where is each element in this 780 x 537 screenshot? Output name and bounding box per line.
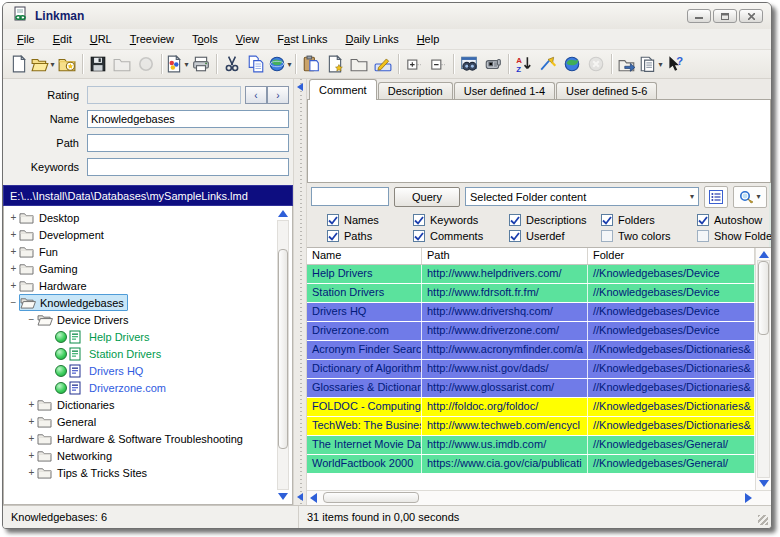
table-scroll-track[interactable]	[757, 260, 770, 478]
filter-names[interactable]: Names	[327, 214, 413, 226]
table-row[interactable]: Drivers HQhttp://www.drivershq.com///Kno…	[307, 303, 755, 322]
comment-area[interactable]	[307, 99, 771, 183]
tab-user-defined-5-6[interactable]: User defined 5-6	[556, 82, 657, 100]
paste-button[interactable]	[299, 52, 323, 76]
tree-expander[interactable]: +	[8, 212, 19, 223]
find-links-button[interactable]	[457, 52, 481, 76]
table-scroll-up-icon[interactable]	[759, 251, 769, 258]
tree-item-dictionaries[interactable]: +Dictionaries	[8, 396, 274, 413]
database-wizard-button[interactable]	[55, 52, 79, 76]
menu-item-treeview[interactable]: Treeview	[122, 31, 182, 47]
filter-keywords[interactable]: Keywords	[413, 214, 509, 226]
menu-item-daily-links[interactable]: Daily Links	[337, 31, 406, 47]
filter-comments[interactable]: Comments	[413, 230, 509, 242]
panel-splitter[interactable]	[293, 79, 307, 505]
tree-scroll-thumb[interactable]	[278, 249, 288, 449]
menu-item-fast-links[interactable]: Fast Links	[269, 31, 335, 47]
tree-item-tips-tricks-sites[interactable]: +Tips & Tricks Sites	[8, 464, 274, 481]
tree-item-hardware-software-troubleshooting[interactable]: +Hardware & Software Troubleshooting	[8, 430, 274, 447]
checkbox-icon[interactable]	[413, 230, 425, 242]
chevron-down-icon[interactable]: ▾	[756, 192, 760, 201]
chevron-down-icon[interactable]: ▾	[658, 60, 662, 69]
resize-grip[interactable]	[758, 515, 768, 525]
splitter-collapse-bottom-icon[interactable]	[297, 493, 303, 501]
filter-folders[interactable]: Folders	[601, 214, 697, 226]
title-bar[interactable]: Linkman	[3, 3, 771, 29]
tree-expander[interactable]: −	[26, 314, 37, 325]
open-in-browser-button[interactable]	[560, 52, 584, 76]
save-database-button[interactable]	[86, 52, 110, 76]
tree-item-station-drivers[interactable]: Station Drivers	[8, 345, 274, 362]
tree-expander[interactable]: +	[8, 280, 19, 291]
autoshow-options-button[interactable]: ▾	[733, 186, 767, 208]
table-scrollbar[interactable]	[755, 248, 771, 490]
column-header-name[interactable]: Name	[307, 248, 422, 264]
tree-item-fun[interactable]: +Fun	[8, 243, 274, 260]
tree-scroll-up-icon[interactable]	[278, 210, 288, 217]
filter-two-colors[interactable]: Two colors	[601, 230, 697, 242]
checkbox-icon[interactable]	[697, 230, 709, 242]
tree-expander[interactable]: −	[8, 297, 19, 308]
table-row[interactable]: WorldFactbook 2000https://www.cia.gov/ci…	[307, 455, 755, 474]
tree-expander[interactable]: +	[26, 416, 37, 427]
tree-item-gaming[interactable]: +Gaming	[8, 260, 274, 277]
tab-description[interactable]: Description	[378, 82, 453, 100]
table-row[interactable]: The Internet Movie Databahttp://www.us.i…	[307, 436, 755, 455]
tree-expander[interactable]: +	[26, 467, 37, 478]
chevron-down-icon[interactable]: ▾	[50, 60, 54, 69]
tree-item-development[interactable]: +Development	[8, 226, 274, 243]
tree-expander[interactable]: +	[26, 450, 37, 461]
tab-user-defined-1-4[interactable]: User defined 1-4	[454, 82, 555, 100]
checkbox-icon[interactable]	[509, 214, 521, 226]
add-url-button[interactable]	[323, 52, 347, 76]
checkbox-icon[interactable]	[327, 214, 339, 226]
add-folder-button[interactable]	[347, 52, 371, 76]
table-scroll-thumb[interactable]	[758, 261, 769, 335]
edit-link-button[interactable]	[371, 52, 395, 76]
filter-paths[interactable]: Paths	[327, 230, 413, 242]
minimize-button[interactable]	[687, 9, 711, 23]
tree-scroll-down-icon[interactable]	[278, 493, 288, 500]
table-row[interactable]: Glossaries & Dictionarieshttp://www.glos…	[307, 379, 755, 398]
menu-item-url[interactable]: URL	[82, 31, 120, 47]
menu-item-file[interactable]: File	[9, 31, 43, 47]
new-database-button[interactable]	[7, 52, 31, 76]
copy-button[interactable]	[244, 52, 268, 76]
tree-item-general[interactable]: +General	[8, 413, 274, 430]
cut-button[interactable]	[220, 52, 244, 76]
tree-scroll-track[interactable]	[277, 220, 289, 490]
chevron-down-icon[interactable]: ▾	[287, 60, 291, 69]
tree-scrollbar[interactable]	[276, 208, 290, 502]
table-scroll-right-icon[interactable]	[745, 493, 752, 503]
rating-next-button[interactable]: ›	[267, 86, 289, 104]
tree-item-drivers-hq[interactable]: Drivers HQ	[8, 362, 274, 379]
menu-item-view[interactable]: View	[228, 31, 268, 47]
checkbox-icon[interactable]	[697, 214, 709, 226]
tree-expander[interactable]: +	[8, 263, 19, 274]
chevron-down-icon[interactable]: ▾	[690, 192, 694, 201]
column-header-path[interactable]: Path	[422, 248, 588, 264]
tree-expander[interactable]: +	[8, 246, 19, 257]
tree-item-help-drivers[interactable]: Help Drivers	[8, 328, 274, 345]
query-button[interactable]: Query	[394, 187, 460, 207]
tree-expander[interactable]: +	[8, 229, 19, 240]
close-button[interactable]	[739, 9, 763, 23]
path-field[interactable]	[87, 134, 289, 152]
checkbox-icon[interactable]	[601, 230, 613, 242]
tree-item-device-drivers[interactable]: −Device Drivers	[8, 311, 274, 328]
folder-properties-button[interactable]	[615, 52, 639, 76]
tree-expander[interactable]: +	[26, 433, 37, 444]
query-input[interactable]	[311, 187, 389, 206]
menu-item-edit[interactable]: Edit	[45, 31, 80, 47]
keywords-field[interactable]	[87, 158, 289, 176]
tree-item-networking[interactable]: +Networking	[8, 447, 274, 464]
table-row[interactable]: FOLDOC - Computing Dicthttp://foldoc.org…	[307, 398, 755, 417]
table-row[interactable]: TechWeb: The Businesshttp://www.techweb.…	[307, 417, 755, 436]
name-field[interactable]	[87, 110, 289, 128]
menu-item-tools[interactable]: Tools	[184, 31, 226, 47]
splitter-collapse-top-icon[interactable]	[297, 83, 303, 91]
table-hscroll-track[interactable]	[321, 492, 741, 504]
table-row[interactable]: Help Drivershttp://www.helpdrivers.com//…	[307, 265, 755, 284]
table-horizontal-scrollbar[interactable]	[307, 490, 771, 505]
print-button[interactable]	[189, 52, 213, 76]
